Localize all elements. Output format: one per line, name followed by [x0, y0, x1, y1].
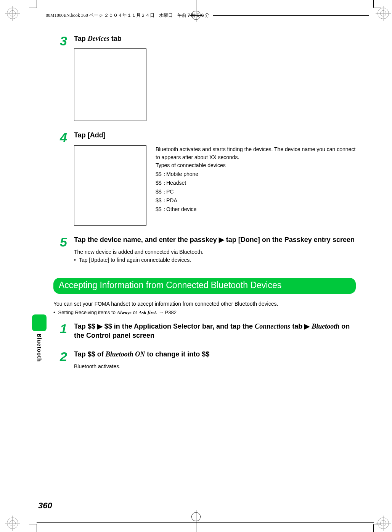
- step-number: 5: [53, 235, 67, 264]
- step-b2-title: Tap $$ of Bluetooth ON to change it into…: [74, 350, 356, 359]
- step-number: 1: [53, 322, 67, 340]
- device-type-line: $$：Mobile phone: [156, 170, 356, 178]
- crop-mark-bottom-center: [191, 512, 201, 532]
- step-5-title: Tap the device name, and enter the passk…: [74, 235, 356, 244]
- step-number: 4: [53, 131, 67, 225]
- step-4-screenshot-placeholder: [74, 145, 146, 226]
- running-head: 00M1000EN.book 360 ページ ２００４年１１月２４日 水曜日 午…: [46, 12, 369, 19]
- device-type-line: $$：Headset: [156, 179, 356, 187]
- step-4-title: Tap [Add]: [74, 131, 356, 140]
- step-b1-title: Tap $$ ▶ $$ in the Application Selector …: [74, 322, 356, 340]
- running-head-text: 00M1000EN.book 360 ページ ２００４年１１月２４日 水曜日 午…: [46, 12, 209, 19]
- step-b2: 2 Tap $$ of Bluetooth ON to change it in…: [53, 350, 356, 371]
- step-b1: 1 Tap $$ ▶ $$ in the Application Selecto…: [53, 322, 356, 340]
- step-5: 5 Tap the device name, and enter the pas…: [53, 235, 356, 264]
- step-3: 3 Tap Devices tab: [53, 34, 356, 121]
- step-3-screenshot-placeholder: [74, 48, 146, 121]
- step-3-title: Tap Devices tab: [74, 34, 356, 43]
- page-number: 360: [38, 501, 52, 511]
- step-4-description: Bluetooth activates and starts finding t…: [156, 145, 356, 213]
- step-b2-subtext: Bluetooth activates.: [74, 363, 356, 371]
- step-5-subtext: The new device is added and connected vi…: [74, 248, 356, 264]
- device-type-line: $$：PDA: [156, 197, 356, 205]
- side-tab: Bluetooth: [32, 314, 47, 362]
- side-tab-label: Bluetooth: [36, 334, 42, 362]
- section-intro: You can set your FOMA handset to accept …: [53, 300, 356, 316]
- section-heading: Accepting Information from Connected Blu…: [53, 278, 356, 294]
- device-type-line: $$：Other device: [156, 205, 356, 213]
- page-content: 3 Tap Devices tab 4 Tap [Add] Bluetooth …: [53, 34, 356, 380]
- step-4: 4 Tap [Add] Bluetooth activates and star…: [53, 131, 356, 225]
- side-tab-marker: [32, 314, 47, 331]
- running-foot-line: [37, 522, 374, 523]
- device-type-line: $$：PC: [156, 188, 356, 196]
- step-number: 3: [53, 34, 67, 121]
- step-number: 2: [53, 350, 67, 371]
